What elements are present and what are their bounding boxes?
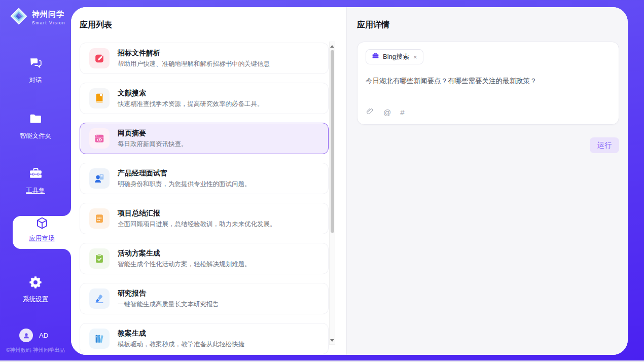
avatar [19, 329, 33, 342]
app-list-panel: 应用列表 招标文件解析 帮助用户快速、准确地理解和解析招标书中的关键信息 [71, 7, 346, 355]
app-name: 项目总结汇报 [118, 209, 276, 218]
book-icon [89, 88, 110, 108]
at-icon[interactable]: @ [383, 108, 391, 117]
app-name: 教案生成 [118, 329, 244, 338]
briefcase-icon [372, 52, 379, 62]
app-description: 明确身份和职责，为您提供专业性的面试问题。 [118, 180, 251, 189]
browser-code-icon [89, 128, 110, 149]
app-description: 模板驱动，教案秒成，教学准备从此轻松快捷 [118, 340, 244, 349]
prompt-composer[interactable]: Bing搜索 × 今日湖北有哪些新闻要点？有哪些需要关注的最新政策？ @ # [357, 42, 619, 125]
sidebar-item-settings[interactable]: 系统设置 [0, 275, 71, 304]
app-name: 活动方案生成 [118, 249, 251, 258]
app-card-list: 招标文件解析 帮助用户快速、准确地理解和解析招标书中的关键信息 文献搜索 [80, 43, 329, 355]
app-card-project-summary[interactable]: 项目总结汇报 全面回顾项目进展，总结经验教训，助力未来优化发展。 [80, 203, 329, 234]
scroll-up-arrow-icon[interactable] [330, 43, 335, 49]
sidebar-item-label: 系统设置 [0, 295, 71, 304]
logo-subtitle: Smart Vision [32, 20, 65, 25]
scrollbar-thumb[interactable] [331, 50, 334, 233]
sidebar: 神州问学 Smart Vision 对话 智能文件夹 [0, 0, 71, 362]
paperclip-icon[interactable] [366, 107, 374, 118]
app-card-literature-search[interactable]: 文献搜索 快速精准查找学术资源，提高研究效率的必备工具。 [80, 83, 329, 114]
app-name: 招标文件解析 [118, 49, 270, 58]
user-initials: AD [39, 332, 48, 339]
logo-title: 神州问学 [32, 10, 64, 18]
sidebar-item-app-market[interactable]: 应用市场 [13, 208, 71, 257]
sidebar-item-label: 应用市场 [13, 234, 71, 243]
app-description: 智能生成个性化活动方案，轻松解决规划难题。 [118, 260, 251, 269]
note-icon [89, 208, 110, 229]
app-detail-title: 应用详情 [357, 20, 389, 30]
app-description: 帮助用户快速、准确地理解和解析招标书中的关键信息 [118, 60, 270, 68]
main-panel: 应用列表 招标文件解析 帮助用户快速、准确地理解和解析招标书中的关键信息 [71, 7, 628, 355]
chat-icon [28, 63, 43, 72]
sidebar-item-chat[interactable]: 对话 [0, 56, 71, 85]
books-icon [89, 329, 110, 349]
tool-chip-bing-search[interactable]: Bing搜索 × [366, 49, 423, 64]
app-description: 每日政府新闻资讯快查。 [118, 140, 188, 149]
app-card-web-summary[interactable]: 网页摘要 每日政府新闻资讯快查。 [80, 123, 329, 154]
app-description: 全面回顾项目进展，总结经验教训，助力未来优化发展。 [118, 220, 276, 229]
query-text[interactable]: 今日湖北有哪些新闻要点？有哪些需要关注的最新政策？ [366, 76, 611, 86]
app-detail-panel: 应用详情 Bing搜索 × 今日湖北有哪些新闻要点？有哪些需要关注的最新政策？ [346, 7, 628, 355]
cube-icon [35, 223, 49, 232]
interviewer-icon [89, 168, 110, 189]
app-card-research-report[interactable]: 研究报告 一键智能生成高质量长文本研究报告 [80, 283, 329, 314]
app-description: 快速精准查找学术资源，提高研究效率的必备工具。 [118, 100, 264, 108]
sidebar-item-toolset[interactable]: 工具集 [0, 166, 71, 195]
hash-icon[interactable]: # [400, 108, 404, 117]
app-list-scrollbar[interactable] [329, 42, 335, 345]
composer-toolbar: @ # [366, 107, 405, 118]
user-account[interactable]: AD [19, 329, 48, 342]
run-button[interactable]: 运行 [590, 137, 619, 153]
scroll-down-arrow-icon[interactable] [330, 337, 335, 343]
app-name: 文献搜索 [118, 89, 264, 98]
app-name: 产品经理面试官 [118, 169, 251, 178]
app-name: 研究报告 [118, 289, 219, 298]
sidebar-item-smart-folder[interactable]: 智能文件夹 [0, 112, 71, 140]
copyright-text: ©神州数码·神州问学出品 [0, 347, 71, 354]
toolbox-icon [28, 174, 43, 183]
gear-icon [28, 282, 43, 291]
chip-close-icon[interactable]: × [413, 53, 417, 61]
tool-chip-label: Bing搜索 [383, 52, 409, 61]
app-card-bid-parse[interactable]: 招标文件解析 帮助用户快速、准确地理解和解析招标书中的关键信息 [80, 43, 329, 74]
app-window: 神州问学 Smart Vision 对话 智能文件夹 [0, 0, 644, 362]
app-logo: 神州问学 Smart Vision [9, 7, 65, 28]
app-list-title: 应用列表 [80, 20, 112, 30]
sidebar-item-label: 工具集 [0, 187, 71, 195]
sidebar-item-label: 对话 [0, 76, 71, 85]
edit-document-icon [89, 48, 110, 68]
app-description: 一键智能生成高质量长文本研究报告 [118, 300, 219, 309]
pen-research-icon [89, 288, 110, 309]
app-card-event-plan[interactable]: 活动方案生成 智能生成个性化活动方案，轻松解决规划难题。 [80, 243, 329, 274]
folder-icon [28, 119, 43, 128]
gem-diamond-icon [9, 7, 28, 28]
app-card-pm-interviewer[interactable]: 产品经理面试官 明确身份和职责，为您提供专业性的面试问题。 [80, 163, 329, 194]
app-name: 网页摘要 [118, 129, 188, 138]
app-card-lesson-plan[interactable]: 教案生成 模板驱动，教案秒成，教学准备从此轻松快捷 [80, 323, 329, 354]
sidebar-item-label: 智能文件夹 [0, 132, 71, 140]
clipboard-check-icon [89, 248, 110, 269]
